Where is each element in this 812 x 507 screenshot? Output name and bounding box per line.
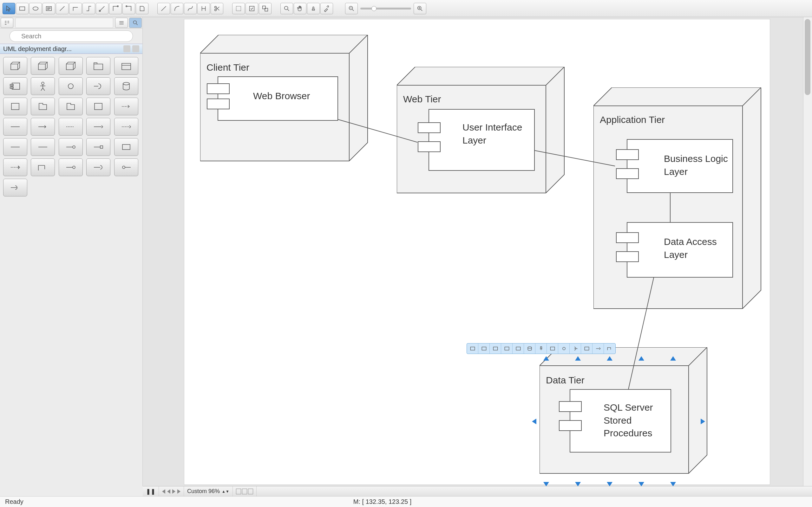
sel-handle-e[interactable] [701, 418, 705, 424]
quick-shape-8[interactable] [547, 343, 558, 354]
palette-database[interactable] [114, 77, 138, 95]
palette-node-3d-1[interactable] [3, 57, 27, 75]
palette-gen-2[interactable] [31, 138, 55, 156]
sel-handle-w[interactable] [532, 418, 537, 424]
palette-artifact-4[interactable] [86, 98, 110, 115]
component-sql[interactable]: SQL Server Stored Procedures [570, 389, 671, 452]
canvas-page[interactable]: Client Tier Web Browser Web Tier User In… [184, 19, 770, 485]
sidebar-toggle-tree[interactable] [1, 18, 13, 28]
palette-dependency-1[interactable] [114, 98, 138, 115]
bottom-pause[interactable]: ❚❚ [143, 487, 159, 496]
quick-shape-3[interactable] [490, 343, 501, 354]
tool-zoom[interactable] [281, 3, 293, 14]
palette-package-1[interactable] [86, 57, 110, 75]
bottom-zoom[interactable]: Custom 96% ▲▼ [184, 487, 233, 496]
palette-package-2[interactable] [114, 57, 138, 75]
tool-arc[interactable] [171, 3, 183, 14]
tool-eyedropper[interactable] [320, 3, 333, 14]
palette-node-3d-3[interactable] [59, 57, 83, 75]
page-last-icon[interactable] [177, 489, 181, 494]
view-mode-1[interactable] [236, 489, 241, 494]
palette-close-icon[interactable] [132, 45, 139, 52]
palette-socket[interactable] [86, 77, 110, 95]
palette-artifact-2[interactable] [31, 98, 55, 115]
palette-gen-5[interactable] [114, 138, 138, 156]
quick-shape-5[interactable] [513, 343, 524, 354]
tool-stamp[interactable] [307, 3, 320, 14]
palette-gen-4[interactable] [86, 138, 110, 156]
quick-shape-9[interactable] [558, 343, 570, 354]
palette-artifact-1[interactable] [3, 98, 27, 115]
tool-line[interactable] [56, 3, 68, 14]
sel-handle-n5[interactable] [670, 356, 676, 360]
scrollbar-vertical[interactable] [803, 17, 812, 486]
palette-interface-circle[interactable] [59, 77, 83, 95]
zoom-in-button[interactable] [414, 3, 426, 14]
tool-dimension[interactable] [197, 3, 210, 14]
tool-connector-4[interactable] [109, 3, 122, 14]
palette-detach-icon[interactable] [123, 45, 131, 52]
page-next-icon[interactable] [172, 489, 175, 494]
tool-connector-5[interactable] [122, 3, 135, 14]
palette-actor[interactable] [31, 77, 55, 95]
zoom-slider-thumb[interactable] [371, 6, 376, 11]
zoom-out-button[interactable] [345, 3, 358, 14]
search-input[interactable] [9, 31, 133, 42]
tool-text[interactable] [43, 3, 55, 14]
tool-connector-3[interactable] [96, 3, 108, 14]
tool-scissors[interactable] [211, 3, 223, 14]
palette-real-5[interactable] [114, 158, 138, 176]
tool-select-1[interactable] [232, 3, 245, 14]
tool-line-2[interactable] [157, 3, 170, 14]
palette-real-4[interactable] [86, 158, 110, 176]
sel-handle-n2[interactable] [575, 356, 581, 360]
tool-ellipse[interactable] [29, 3, 42, 14]
sidebar-list-view[interactable] [115, 18, 128, 28]
tool-note[interactable] [136, 3, 148, 14]
quick-shape-1[interactable] [467, 343, 478, 354]
palette-gen-1[interactable] [3, 138, 27, 156]
sel-handle-s5[interactable] [670, 482, 676, 486]
quick-shape-6[interactable] [524, 343, 536, 354]
sel-handle-n1[interactable] [543, 356, 549, 360]
sel-handle-s1[interactable] [543, 482, 549, 486]
quick-shape-4[interactable] [501, 343, 513, 354]
palette-assoc-4[interactable] [86, 118, 110, 135]
canvas[interactable]: Client Tier Web Browser Web Tier User In… [143, 17, 803, 486]
view-mode-2[interactable] [242, 489, 247, 494]
quick-shape-7[interactable] [536, 343, 547, 354]
quick-shape-13[interactable] [604, 343, 615, 354]
palette-node-3d-2[interactable] [31, 57, 55, 75]
sel-handle-s4[interactable] [639, 482, 644, 486]
palette-extra-1[interactable] [3, 179, 27, 196]
component-business-logic[interactable]: Business Logic Layer [627, 139, 733, 193]
sel-handle-n3[interactable] [607, 356, 612, 360]
page-prev-icon[interactable] [167, 489, 170, 494]
palette-assoc-3[interactable] [59, 118, 83, 135]
palette-assoc-5[interactable] [114, 118, 138, 135]
quick-shape-12[interactable] [593, 343, 604, 354]
sel-handle-n4[interactable] [639, 356, 644, 360]
tool-connector-2[interactable] [83, 3, 95, 14]
sidebar-search-toggle[interactable] [129, 18, 142, 28]
palette-component[interactable] [3, 77, 27, 95]
palette-title-bar[interactable]: UML deployment diagr... [0, 44, 142, 54]
palette-assoc-1[interactable] [3, 118, 27, 135]
quick-shape-11[interactable] [581, 343, 593, 354]
page-first-icon[interactable] [162, 489, 165, 494]
palette-artifact-3[interactable] [59, 98, 83, 115]
sel-handle-s2[interactable] [575, 482, 581, 486]
tool-hand[interactable] [294, 3, 306, 14]
tool-select-3[interactable] [259, 3, 271, 14]
palette-assoc-2[interactable] [31, 118, 55, 135]
component-data-access[interactable]: Data Access Layer [627, 222, 733, 278]
tool-select-2[interactable] [246, 3, 258, 14]
component-web-browser[interactable]: Web Browser [217, 76, 338, 121]
palette-gen-3[interactable] [59, 138, 83, 156]
zoom-slider[interactable] [360, 8, 411, 9]
quick-shape-2[interactable] [478, 343, 490, 354]
view-mode-3[interactable] [248, 489, 253, 494]
tool-connector-1[interactable] [69, 3, 82, 14]
palette-real-1[interactable] [3, 158, 27, 176]
component-ui-layer[interactable]: User Interface Layer [428, 109, 535, 171]
